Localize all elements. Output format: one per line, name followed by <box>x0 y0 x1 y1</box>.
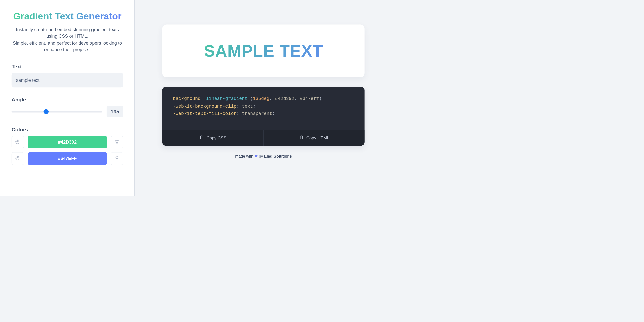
code-card: background: linear-gradient (135deg, #42… <box>162 87 365 146</box>
text-label: Text <box>12 64 123 70</box>
color-hex-1: #647EFF <box>58 156 77 161</box>
page-title: Gradient Text Generator <box>12 11 123 22</box>
heart-icon: ❤ <box>254 154 258 158</box>
brand-link[interactable]: Ejad Solutions <box>264 154 292 158</box>
page-subtitle: Instantly create and embed stunning grad… <box>12 26 123 53</box>
copy-css-label: Copy CSS <box>206 135 226 140</box>
color-swatch-1[interactable]: #647EFF <box>28 152 107 165</box>
copy-html-button[interactable]: Copy HTML <box>263 130 364 146</box>
color-row-1: #647EFF <box>12 152 123 165</box>
output-panel: SAMPLE TEXT background: linear-gradient … <box>135 0 392 196</box>
control-panel: Gradient Text Generator Instantly create… <box>0 0 135 196</box>
angle-value: 135 <box>107 106 123 117</box>
clipboard-icon <box>199 135 204 141</box>
trash-icon <box>114 139 120 146</box>
code-actions: Copy CSS Copy HTML <box>162 130 365 146</box>
svg-rect-0 <box>201 136 203 139</box>
preview-card: SAMPLE TEXT <box>162 24 365 77</box>
colors-label: Colors <box>12 127 123 133</box>
trash-icon <box>114 155 120 162</box>
clipboard-icon <box>299 135 303 141</box>
color-row-0: #42D392 <box>12 136 123 148</box>
text-input[interactable] <box>12 73 123 87</box>
delete-color-1[interactable] <box>111 152 123 165</box>
code-body: background: linear-gradient (135deg, #42… <box>162 87 365 130</box>
color-hex-0: #42D392 <box>58 140 77 145</box>
drag-handle-0[interactable] <box>12 136 24 148</box>
footer: made with ❤ by Ejad Solutions <box>162 154 365 159</box>
angle-slider[interactable] <box>12 111 102 112</box>
copy-html-label: Copy HTML <box>306 135 329 140</box>
svg-rect-1 <box>300 136 303 139</box>
drag-handle-1[interactable] <box>12 152 24 165</box>
delete-color-0[interactable] <box>111 136 123 148</box>
hand-icon <box>15 155 21 162</box>
preview-text: SAMPLE TEXT <box>167 41 360 60</box>
angle-row: 135 <box>12 106 123 117</box>
copy-css-button[interactable]: Copy CSS <box>162 130 264 146</box>
panel-divider <box>134 0 135 196</box>
angle-label: Angle <box>12 97 123 103</box>
hand-icon <box>15 139 21 146</box>
color-swatch-0[interactable]: #42D392 <box>28 136 107 148</box>
